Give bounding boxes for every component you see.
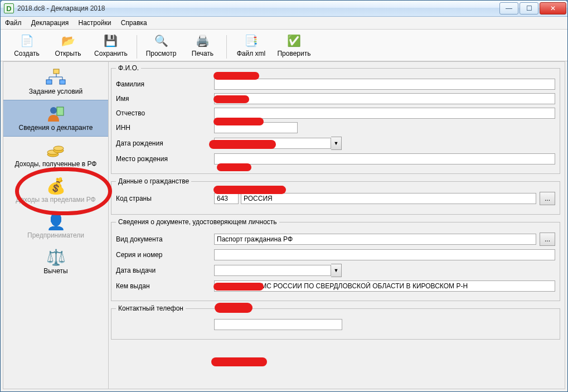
issue-date-label: Дата выдачи <box>116 267 214 274</box>
save-button[interactable]: 💾Сохранить <box>89 32 133 59</box>
serial-label: Серия и номер <box>116 251 214 259</box>
issue-date-dropdown-button[interactable]: ▼ <box>331 264 342 277</box>
country-code-label: Код страны <box>116 195 214 202</box>
doctype-label: Вид документа <box>116 235 214 243</box>
app-icon: D <box>4 3 14 13</box>
document-group: Сведения о документе, удостоверяющем лич… <box>111 218 560 301</box>
sidebar-item-income-abroad: 💰 Доходы за пределами РФ <box>3 172 108 208</box>
name-label: Имя <box>116 95 214 103</box>
redaction-mark <box>211 357 267 366</box>
sidebar-item-deductions[interactable]: ⚖️ Вычеты <box>3 244 108 279</box>
save-disk-icon: 💾 <box>103 33 119 49</box>
svg-point-3 <box>50 107 57 114</box>
sidebar-label: Сведения о декларанте <box>19 124 93 132</box>
menu-file[interactable]: Файл <box>5 19 22 27</box>
patronymic-label: Отчество <box>116 109 214 117</box>
person-icon <box>46 104 66 124</box>
dob-dropdown-button[interactable]: ▼ <box>331 137 342 150</box>
name-input[interactable] <box>214 93 555 104</box>
svg-rect-0 <box>54 69 59 74</box>
toolbar-separator <box>226 35 227 59</box>
menu-help[interactable]: Справка <box>121 19 147 27</box>
menu-declaration[interactable]: Декларация <box>31 19 69 27</box>
citizenship-group: Данные о гражданстве Код страны ... <box>111 177 560 215</box>
dob-input[interactable] <box>214 138 331 149</box>
tree-icon <box>45 67 67 88</box>
pob-input[interactable] <box>214 153 555 164</box>
close-button[interactable]: ✕ <box>540 2 566 14</box>
country-name-input <box>241 193 536 204</box>
issued-by-input[interactable] <box>214 280 555 292</box>
menu-settings[interactable]: Настройки <box>79 19 111 27</box>
scale-icon: ⚖️ <box>46 247 66 267</box>
sidebar-label: Вычеты <box>43 267 67 275</box>
print-button[interactable]: 🖨️Печать <box>182 32 223 59</box>
coins-icon <box>46 140 65 160</box>
dob-label: Дата рождения <box>116 139 214 147</box>
sidebar-label: Доходы, полученные в РФ <box>15 160 97 168</box>
country-code-input <box>214 193 239 204</box>
new-file-icon: 📄 <box>19 33 35 49</box>
country-browse-button[interactable]: ... <box>540 192 555 205</box>
open-folder-icon: 📂 <box>60 33 76 49</box>
doctype-browse-button[interactable]: ... <box>540 233 555 246</box>
phone-legend: Контактный телефон <box>116 304 186 312</box>
create-button[interactable]: 📄Создать <box>6 32 47 59</box>
doctype-input <box>214 234 536 245</box>
preview-button[interactable]: 🔍Просмотр <box>140 32 182 59</box>
phone-input[interactable] <box>214 319 342 330</box>
svg-rect-2 <box>60 80 65 84</box>
svg-point-8 <box>54 146 64 151</box>
issue-date-input[interactable] <box>214 265 331 276</box>
citizenship-legend: Данные о гражданстве <box>116 177 191 185</box>
sidebar-label: Доходы за пределами РФ <box>16 196 95 204</box>
patronymic-input[interactable] <box>214 108 555 119</box>
document-legend: Сведения о документе, удостоверяющем лич… <box>116 218 279 226</box>
issued-by-label: Кем выдан <box>116 282 214 290</box>
open-button[interactable]: 📂Открыть <box>47 32 89 59</box>
sidebar-item-conditions[interactable]: Задание условий <box>3 64 108 100</box>
fio-legend: Ф.И.О. <box>116 64 141 72</box>
check-icon: ✅ <box>286 33 302 49</box>
phone-group: Контактный телефон <box>111 304 560 340</box>
menubar: Файл Декларация Настройки Справка <box>1 17 567 30</box>
sidebar: Задание условий Сведения о декларанте До… <box>3 62 109 389</box>
svg-rect-1 <box>46 80 52 84</box>
svg-rect-4 <box>57 107 64 115</box>
sidebar-item-entrepreneurs: 👤 Предприниматели <box>3 208 108 244</box>
toolbar: 📄Создать 📂Открыть 💾Сохранить 🔍Просмотр 🖨… <box>1 30 567 61</box>
surname-label: Фамилия <box>116 80 214 88</box>
money-bag-icon: 💰 <box>46 176 66 196</box>
sidebar-item-income-rf[interactable]: Доходы, полученные в РФ <box>3 137 108 172</box>
sidebar-label: Задание условий <box>29 88 82 95</box>
inn-input[interactable] <box>214 122 298 133</box>
fio-group: Ф.И.О. Фамилия Имя Отчество ИНН Дата рож… <box>111 64 560 174</box>
form-area: Ф.И.О. Фамилия Имя Отчество ИНН Дата рож… <box>109 62 565 389</box>
maximize-button[interactable]: ☐ <box>520 2 538 14</box>
businessman-icon: 👤 <box>46 211 66 231</box>
printer-icon: 🖨️ <box>195 33 210 49</box>
sidebar-item-declarant[interactable]: Сведения о декларанте <box>3 100 108 137</box>
minimize-button[interactable]: — <box>499 2 518 14</box>
check-button[interactable]: ✅Проверить <box>271 32 316 59</box>
serial-input[interactable] <box>214 249 555 260</box>
titlebar: D 2018.dc8 - Декларация 2018 — ☐ ✕ <box>1 1 567 17</box>
window-title: 2018.dc8 - Декларация 2018 <box>17 4 105 12</box>
sidebar-label: Предприниматели <box>27 231 84 239</box>
xml-file-icon: 📑 <box>243 33 259 49</box>
preview-icon: 🔍 <box>153 33 169 49</box>
toolbar-separator <box>137 35 137 59</box>
xml-button[interactable]: 📑Файл xml <box>230 32 271 59</box>
surname-input[interactable] <box>214 79 555 90</box>
pob-label: Место рождения <box>116 155 214 163</box>
inn-label: ИНН <box>116 124 214 132</box>
